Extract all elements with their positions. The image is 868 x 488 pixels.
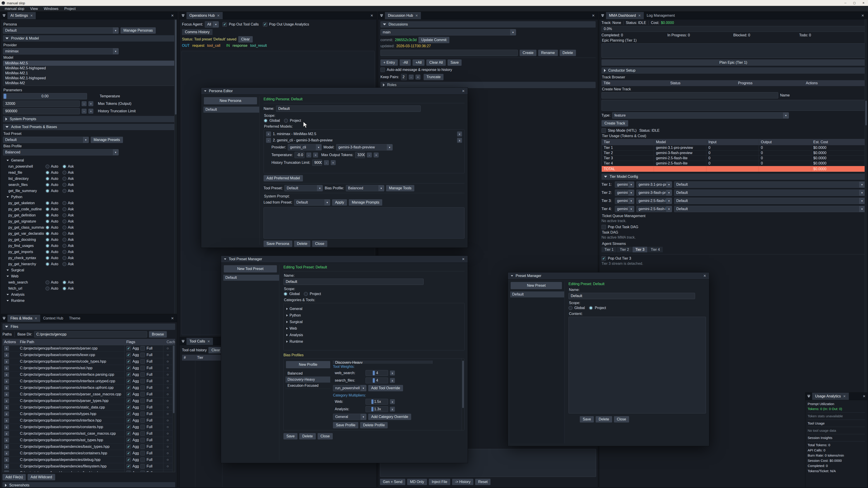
remove-file-button[interactable]: x [4, 398, 9, 403]
panel-close-icon[interactable]: ✕ [168, 316, 177, 320]
agg-checkbox[interactable]: ✓ [126, 392, 131, 396]
radio-ask[interactable] [62, 250, 66, 254]
radio-ask[interactable] [62, 287, 66, 291]
keep-pairs-input[interactable]: 2 [401, 74, 407, 80]
close-icon[interactable]: ✕ [462, 257, 465, 261]
agg-checkbox[interactable]: ✓ [126, 425, 131, 429]
create-button[interactable]: Create [520, 50, 536, 56]
scope-global-radio[interactable] [568, 306, 572, 310]
radio-auto[interactable] [45, 225, 50, 230]
tier-model-select[interactable]: gemini-3.1-pro-preview▼ [636, 182, 672, 188]
panel-menu-icon[interactable] [180, 12, 186, 19]
manage-prompts-button[interactable]: Manage Prompts [349, 199, 382, 205]
remove-icon[interactable]: x [390, 399, 395, 404]
remove-file-button[interactable]: x [4, 464, 9, 469]
track-name-input[interactable] [601, 92, 778, 98]
close-icon[interactable]: ✕ [703, 274, 706, 278]
dialog-title-bar[interactable]: Preset Manager ✕ [508, 272, 709, 280]
category-override-select[interactable]: General▼ [333, 414, 366, 420]
radio-ask[interactable] [62, 225, 66, 230]
radio-auto[interactable] [45, 262, 50, 266]
full-checkbox[interactable]: ✓ [141, 470, 145, 472]
popout-tool-calls-checkbox[interactable]: ✓ [222, 22, 227, 27]
close-button[interactable]: Close [614, 416, 629, 422]
tier-preset-select[interactable]: Default▼ [674, 198, 865, 204]
plan-epic-button[interactable]: Plan Epic (Tier 1) [601, 59, 865, 66]
tab-tool-calls[interactable]: Tool Calls✕ [186, 338, 213, 345]
remove-icon[interactable]: x [390, 370, 395, 376]
full-checkbox[interactable]: ✓ [141, 379, 145, 383]
increment-button[interactable]: + [415, 74, 421, 79]
radio-auto[interactable] [45, 232, 50, 236]
scope-global-radio[interactable] [283, 292, 287, 296]
agg-checkbox[interactable]: ✓ [126, 405, 131, 410]
close-icon[interactable]: ✕ [35, 317, 37, 320]
slider-thumb[interactable] [373, 371, 375, 375]
close-icon[interactable]: ✕ [859, 0, 868, 6]
inject-file-button[interactable]: Inject File [429, 479, 450, 485]
maximize-icon[interactable]: ▢ [850, 0, 859, 6]
increment-button[interactable]: + [313, 153, 318, 158]
full-checkbox[interactable]: ✓ [141, 425, 145, 429]
agg-checkbox[interactable]: ✓ [126, 385, 131, 390]
history-limit-input[interactable]: 900000 [312, 160, 322, 166]
add-tool-override-button[interactable]: Add Tool Override [368, 385, 403, 391]
save-profile-button[interactable]: Save Profile [333, 422, 358, 428]
decrement-button[interactable]: - [306, 153, 311, 158]
save-button[interactable]: Save [283, 433, 298, 440]
tab-context-hub[interactable]: Context Hub [40, 315, 66, 322]
radio-auto[interactable] [45, 219, 50, 223]
update-commit-button[interactable]: Update Commit [418, 37, 450, 43]
panel-menu-icon[interactable] [1, 315, 7, 322]
remove-icon[interactable]: x [390, 378, 395, 383]
clear-all-button[interactable]: Clear All [426, 59, 446, 66]
agg-checkbox[interactable]: ✓ [126, 346, 131, 351]
radio-auto[interactable] [45, 250, 50, 254]
remove-file-button[interactable]: x [4, 372, 9, 377]
scrollbar[interactable] [462, 359, 464, 430]
radio-auto[interactable] [45, 287, 50, 291]
close-icon[interactable]: ✕ [638, 14, 641, 18]
preferred-provider-select[interactable]: gemini_cli▼ [288, 144, 322, 151]
manage-personas-button[interactable]: Manage Personas [121, 27, 156, 34]
dialog-title-bar[interactable]: Tool Preset Manager ✕ [221, 256, 468, 263]
chevron-down-icon[interactable] [6, 294, 9, 295]
save-persona-button[interactable]: Save Persona [264, 240, 292, 247]
full-checkbox[interactable]: ✓ [141, 451, 145, 455]
system-prompts-section[interactable]: System Prompts [3, 116, 175, 122]
epic-planning-input[interactable] [601, 43, 865, 58]
tab-comms-history[interactable]: Comms History [182, 29, 213, 35]
tool-preset-name-input[interactable]: Default [283, 279, 424, 285]
tier-model-select[interactable]: gemini-2.5-flash-lite▼ [636, 198, 672, 204]
radio-ask[interactable] [62, 189, 66, 193]
menu-item[interactable]: Project [61, 7, 79, 11]
auto-add-checkbox[interactable]: ✓ [380, 68, 385, 72]
load-preset-select[interactable]: Default▼ [294, 199, 330, 205]
stream-tab[interactable]: Tier 4 [648, 247, 663, 252]
remove-file-button[interactable]: x [4, 352, 9, 357]
radio-ask[interactable] [62, 183, 66, 187]
remove-file-button[interactable]: x [4, 437, 9, 443]
remove-file-button[interactable]: x [4, 392, 9, 397]
panel-close-icon[interactable]: ✕ [589, 13, 598, 18]
provider-model-section[interactable]: Provider & Model [3, 35, 175, 41]
delete-button[interactable]: Delete [596, 416, 612, 422]
remove-file-button[interactable]: x [4, 385, 9, 390]
weight-slider[interactable]: 4 [366, 370, 388, 376]
active-presets-section[interactable]: Active Tool Presets & Biases [3, 124, 175, 130]
delete-button[interactable]: Delete [560, 50, 576, 56]
tool-override-select[interactable]: run_powershell▼ [333, 385, 366, 391]
discussion-name-input[interactable] [380, 50, 518, 56]
agg-checkbox[interactable]: ✓ [126, 470, 131, 472]
model-option[interactable]: MiniMax-M2.1 [3, 71, 175, 76]
model-option[interactable]: MiniMax-M2 [3, 80, 175, 86]
radio-ask[interactable] [62, 238, 66, 242]
temperature-slider[interactable]: 0.00 [3, 93, 87, 99]
agg-checkbox[interactable]: ✓ [126, 457, 131, 462]
increment-button[interactable]: + [374, 153, 379, 158]
manage-tools-button[interactable]: Manage Tools [386, 185, 414, 191]
agg-checkbox[interactable]: ✓ [126, 438, 131, 442]
agg-checkbox[interactable]: ✓ [126, 445, 131, 449]
agg-checkbox[interactable]: ✓ [126, 359, 131, 364]
roles-section[interactable]: Roles [380, 82, 596, 88]
